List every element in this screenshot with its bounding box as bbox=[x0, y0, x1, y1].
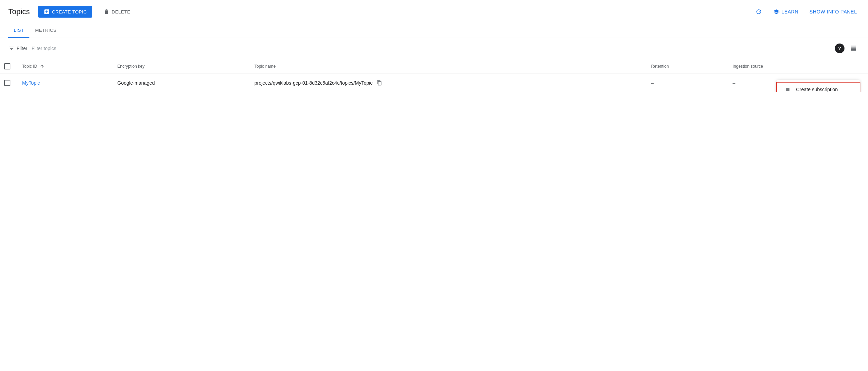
filter-bar: Filter ? bbox=[0, 38, 868, 59]
menu-item-create-subscription[interactable]: Create subscription bbox=[776, 82, 860, 92]
copy-topic-name-button[interactable] bbox=[375, 79, 384, 87]
learn-icon bbox=[773, 9, 779, 15]
page-title: Topics bbox=[8, 7, 30, 16]
list-icon bbox=[784, 86, 791, 92]
columns-button[interactable] bbox=[847, 42, 860, 55]
columns-icon bbox=[850, 45, 857, 52]
refresh-button[interactable] bbox=[752, 6, 765, 18]
filter-right-actions: ? bbox=[835, 42, 860, 55]
topic-name-header: Topic name bbox=[249, 59, 646, 74]
help-icon: ? bbox=[838, 46, 841, 51]
filter-button[interactable]: Filter bbox=[8, 45, 27, 51]
plus-icon bbox=[44, 9, 50, 15]
topic-id-header[interactable]: Topic ID bbox=[17, 59, 112, 74]
header-actions: LEARN SHOW INFO PANEL bbox=[752, 6, 860, 18]
tab-list[interactable]: LIST bbox=[8, 23, 29, 38]
encryption-key-header: Encryption key bbox=[112, 59, 249, 74]
topic-id-link[interactable]: MyTopic bbox=[22, 80, 40, 86]
topic-id-cell: MyTopic bbox=[17, 74, 112, 92]
context-menu: Create subscription Create snapshot Impo… bbox=[777, 80, 860, 92]
table-header-row: Topic ID Encryption key Topic name bbox=[0, 59, 868, 74]
filter-icon bbox=[8, 45, 15, 51]
sort-icon bbox=[40, 64, 45, 69]
delete-button[interactable]: DELETE bbox=[98, 6, 136, 18]
refresh-icon bbox=[755, 8, 762, 15]
learn-button[interactable]: LEARN bbox=[770, 6, 801, 18]
topic-name-cell: projects/qwiklabs-gcp-01-8d32c5af2c4c/to… bbox=[249, 74, 646, 92]
help-button[interactable]: ? bbox=[835, 44, 844, 53]
delete-icon-header bbox=[103, 9, 110, 15]
filter-input[interactable] bbox=[31, 46, 831, 51]
encryption-key-cell: Google-managed bbox=[112, 74, 249, 92]
create-topic-button[interactable]: CREATE TOPIC bbox=[38, 6, 92, 18]
show-info-panel-button[interactable]: SHOW INFO PANEL bbox=[807, 6, 860, 17]
actions-header bbox=[844, 59, 868, 74]
retention-cell: – bbox=[646, 74, 727, 92]
row-checkbox-cell[interactable] bbox=[0, 74, 17, 92]
retention-header: Retention bbox=[646, 59, 727, 74]
select-all-checkbox[interactable] bbox=[4, 63, 10, 69]
tab-metrics[interactable]: METRICS bbox=[29, 23, 62, 38]
page-header: Topics CREATE TOPIC DELETE LEARN SHOW IN… bbox=[0, 0, 868, 23]
menu-create-subscription-label: Create subscription bbox=[796, 87, 853, 92]
topics-table: Topic ID Encryption key Topic name bbox=[0, 59, 868, 92]
copy-icon bbox=[377, 80, 382, 86]
table-row: MyTopic Google-managed projects/qwiklabs… bbox=[0, 74, 868, 92]
tabs-bar: LIST METRICS bbox=[0, 23, 868, 38]
select-all-header[interactable] bbox=[0, 59, 17, 74]
ingestion-source-header: Ingestion source bbox=[727, 59, 844, 74]
row-checkbox[interactable] bbox=[4, 80, 10, 86]
topics-table-container: Topic ID Encryption key Topic name bbox=[0, 59, 868, 92]
